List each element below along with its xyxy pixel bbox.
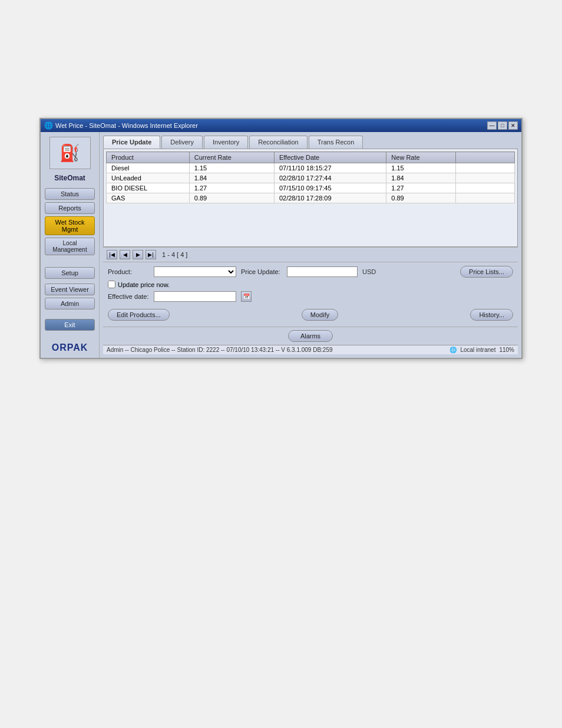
title-bar-left: 🌐 Wet Price - SiteOmat - Windows Interne… — [44, 121, 198, 130]
product-label: Product: — [108, 268, 149, 275]
history-button[interactable]: History... — [470, 309, 513, 321]
cell-date-1: 02/28/10 17:27:44 — [274, 173, 386, 183]
last-page-button[interactable]: ▶| — [146, 250, 156, 259]
cell-rate-1: 1.84 — [189, 173, 274, 183]
tab-reconciliation[interactable]: Reconciliation — [249, 136, 307, 149]
update-price-now-label: Update price now. — [118, 281, 170, 288]
form-buttons-row: Edit Products... Modify History... — [108, 307, 513, 323]
tab-trans-recon[interactable]: Trans Recon — [309, 136, 363, 149]
browser-content: ⛽ SiteOmat Status Reports Wet Stock Mgmt… — [41, 132, 521, 358]
table-row[interactable]: GAS 0.89 02/28/10 17:28:09 0.89 — [107, 193, 515, 203]
currency-label: USD — [362, 268, 376, 275]
cell-empty-2 — [456, 183, 515, 193]
cell-new-rate-0: 1.15 — [386, 163, 456, 173]
cell-date-0: 07/11/10 18:15:27 — [274, 163, 386, 173]
form-row-1: Product: Price Update: USD Price Lists..… — [108, 266, 513, 278]
close-button[interactable]: ✕ — [508, 121, 518, 130]
pagination-bar: |◀ ◀ ▶ ▶| 1 - 4 [ 4 ] — [103, 247, 518, 262]
main-panel: Price Update Delivery Inventory Reconcil… — [100, 132, 521, 358]
update-price-now-checkbox[interactable] — [108, 281, 115, 288]
title-bar: 🌐 Wet Price - SiteOmat - Windows Interne… — [41, 119, 521, 132]
price-update-input[interactable] — [287, 266, 358, 277]
sidebar-btn-reports[interactable]: Reports — [45, 202, 95, 214]
col-effective-date: Effective Date — [274, 152, 386, 163]
tab-inventory[interactable]: Inventory — [204, 136, 248, 149]
cell-date-3: 02/28/10 17:28:09 — [274, 193, 386, 203]
cell-product-1: UnLeaded — [107, 173, 190, 183]
sidebar-logo: ⛽ — [49, 137, 91, 169]
title-bar-controls: — □ ✕ — [487, 121, 518, 130]
form-row-2: Update price now. — [108, 281, 513, 288]
cell-product-0: Diesel — [107, 163, 190, 173]
cell-rate-0: 1.15 — [189, 163, 274, 173]
col-new-rate: New Rate — [386, 152, 456, 163]
cell-product-3: GAS — [107, 193, 190, 203]
table-row[interactable]: Diesel 1.15 07/11/10 18:15:27 1.15 — [107, 163, 515, 173]
cell-new-rate-2: 1.27 — [386, 183, 456, 193]
sidebar-btn-admin[interactable]: Admin — [45, 298, 95, 309]
sidebar-btn-wet-stock-mgmt[interactable]: Wet Stock Mgmt — [45, 216, 95, 235]
logo-icon: ⛽ — [59, 143, 80, 163]
col-current-rate: Current Rate — [189, 152, 274, 163]
price-table: Product Current Rate Effective Date New … — [106, 151, 515, 203]
orpak-logo: ORPAK — [52, 342, 88, 353]
sidebar: ⛽ SiteOmat Status Reports Wet Stock Mgmt… — [41, 132, 100, 358]
page-info: 1 - 4 [ 4 ] — [162, 251, 187, 258]
sidebar-btn-exit[interactable]: Exit — [45, 319, 95, 331]
cell-rate-2: 1.27 — [189, 183, 274, 193]
zoom-label: 110% — [499, 347, 514, 353]
cell-new-rate-1: 1.84 — [386, 173, 456, 183]
cell-rate-3: 0.89 — [189, 193, 274, 203]
cell-date-2: 07/15/10 09:17:45 — [274, 183, 386, 193]
status-text: Admin -- Chicago Police -- Station ID: 2… — [107, 347, 333, 353]
browser-window: 🌐 Wet Price - SiteOmat - Windows Interne… — [39, 118, 523, 359]
next-page-button[interactable]: ▶ — [133, 250, 143, 259]
zone-label: Local intranet — [460, 347, 495, 353]
browser-title: Wet Price - SiteOmat - Windows Internet … — [55, 122, 198, 129]
data-area: Product Current Rate Effective Date New … — [103, 149, 518, 247]
price-update-label: Price Update: — [241, 268, 282, 275]
price-lists-button[interactable]: Price Lists... — [460, 266, 513, 278]
sidebar-btn-event-viewer[interactable]: Event Viewer — [45, 284, 95, 295]
sidebar-btn-local-management[interactable]: Local Management — [45, 238, 95, 255]
product-select[interactable] — [154, 266, 236, 277]
bottom-form: Product: Price Update: USD Price Lists..… — [103, 262, 518, 327]
modify-button[interactable]: Modify — [302, 309, 338, 321]
col-empty — [456, 152, 515, 163]
tab-price-update[interactable]: Price Update — [103, 136, 160, 149]
alarms-button[interactable]: Alarms — [288, 330, 333, 342]
tab-delivery[interactable]: Delivery — [161, 136, 203, 149]
minimize-button[interactable]: — — [487, 121, 497, 130]
effective-date-label: Effective date: — [108, 293, 149, 300]
first-page-button[interactable]: |◀ — [107, 250, 117, 259]
cell-product-2: BIO DIESEL — [107, 183, 190, 193]
zone-indicator: 🌐 — [449, 347, 457, 353]
edit-products-button[interactable]: Edit Products... — [108, 309, 170, 321]
form-row-3: Effective date: 📅 — [108, 291, 513, 302]
col-product: Product — [107, 152, 190, 163]
siteomat-label: SiteOmat — [54, 174, 85, 182]
maximize-button[interactable]: □ — [498, 121, 507, 130]
cell-empty-1 — [456, 173, 515, 183]
cell-new-rate-3: 0.89 — [386, 193, 456, 203]
cell-empty-0 — [456, 163, 515, 173]
effective-date-input[interactable] — [154, 291, 236, 302]
prev-page-button[interactable]: ◀ — [120, 250, 130, 259]
table-row[interactable]: BIO DIESEL 1.27 07/15/10 09:17:45 1.27 — [107, 183, 515, 193]
cell-empty-3 — [456, 193, 515, 203]
tab-bar: Price Update Delivery Inventory Reconcil… — [103, 136, 518, 149]
page-wrapper: 🌐 Wet Price - SiteOmat - Windows Interne… — [0, 0, 562, 728]
status-bar: Admin -- Chicago Police -- Station ID: 2… — [103, 345, 518, 354]
table-row[interactable]: UnLeaded 1.84 02/28/10 17:27:44 1.84 — [107, 173, 515, 183]
sidebar-btn-setup[interactable]: Setup — [45, 267, 95, 279]
calendar-button[interactable]: 📅 — [241, 291, 252, 302]
sidebar-btn-status[interactable]: Status — [45, 188, 95, 200]
status-right: 🌐 Local intranet 110% — [449, 347, 514, 353]
alarms-row: Alarms — [103, 327, 518, 345]
